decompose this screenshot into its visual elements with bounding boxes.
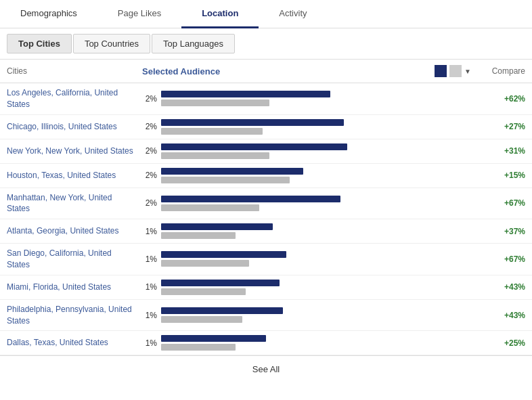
see-all-button[interactable]: See All — [0, 355, 532, 382]
bar-gray — [161, 288, 246, 295]
bar-blue — [161, 143, 347, 150]
bars-container — [161, 168, 491, 183]
sub-tab-top-countries[interactable]: Top Countries — [73, 34, 150, 53]
bar-row-gray — [161, 99, 491, 106]
city-cell[interactable]: Dallas, Texas, United States — [7, 337, 142, 349]
bar-row-gray — [161, 316, 491, 323]
bar-row-blue — [161, 168, 491, 175]
bar-blue — [161, 119, 344, 126]
bar-blue — [161, 335, 266, 342]
data-rows-container: Los Angeles, California, United States 2… — [0, 83, 532, 355]
bar-blue — [161, 168, 303, 175]
bars-container — [161, 119, 491, 135]
bar-row-blue — [161, 223, 491, 230]
pct-cell: 2% — [142, 122, 161, 131]
bar-row-gray — [161, 128, 491, 135]
bar-row-gray — [161, 204, 491, 211]
legend-gray-box — [449, 65, 462, 77]
compare-cell: +62% — [491, 94, 525, 104]
bar-row-gray — [161, 177, 491, 183]
bars-container — [161, 307, 491, 323]
compare-cell: +43% — [491, 282, 525, 292]
city-cell[interactable]: Houston, Texas, United States — [7, 170, 142, 181]
city-cell[interactable]: San Diego, California, United States — [7, 248, 142, 271]
bar-row-blue — [161, 280, 491, 286]
tab-activity[interactable]: Activity — [259, 0, 327, 28]
bars-container — [161, 251, 491, 267]
pct-cell: 2% — [142, 146, 161, 156]
bars-container — [161, 143, 491, 159]
pct-cell: 1% — [142, 227, 161, 236]
table-row: Atlanta, Georgia, United States 1% +37% — [0, 219, 532, 244]
pct-cell: 1% — [142, 254, 161, 264]
city-cell[interactable]: Philadelphia, Pennsylvania, United State… — [7, 304, 142, 327]
legend-blue-box — [435, 65, 447, 77]
sub-tab-top-cities[interactable]: Top Cities — [7, 34, 72, 53]
sub-tabs: Top Cities Top Countries Top Languages — [0, 28, 532, 60]
bar-row-gray — [161, 344, 491, 351]
table-row: Dallas, Texas, United States 1% +25% — [0, 331, 532, 355]
audience-column-header: Selected Audience ▼ — [142, 65, 471, 77]
compare-cell: +67% — [491, 254, 525, 264]
compare-cell: +43% — [491, 311, 525, 320]
bar-gray — [161, 204, 259, 211]
legend-icons: ▼ — [435, 65, 471, 77]
bar-gray — [161, 177, 290, 183]
tab-page-likes[interactable]: Page Likes — [97, 0, 181, 28]
bar-row-blue — [161, 335, 491, 342]
table-header: Cities Selected Audience ▼ Compare — [0, 60, 532, 83]
compare-cell: +15% — [491, 171, 525, 180]
bar-row-blue — [161, 196, 491, 202]
table-row: Los Angeles, California, United States 2… — [0, 83, 532, 115]
city-cell[interactable]: Los Angeles, California, United States — [7, 87, 142, 110]
bar-blue — [161, 251, 286, 258]
pct-cell: 1% — [142, 311, 161, 320]
city-cell[interactable]: Chicago, Illinois, United States — [7, 121, 142, 133]
compare-cell: +37% — [491, 227, 525, 236]
bar-blue — [161, 196, 340, 202]
bar-row-gray — [161, 260, 491, 267]
bar-gray — [161, 344, 236, 351]
bar-row-blue — [161, 143, 491, 150]
city-cell[interactable]: Atlanta, Georgia, United States — [7, 225, 142, 237]
bar-row-gray — [161, 152, 491, 159]
city-cell[interactable]: New York, New York, United States — [7, 146, 142, 157]
compare-cell: +67% — [491, 198, 525, 208]
tab-demographics[interactable]: Demographics — [0, 0, 97, 28]
bar-row-blue — [161, 119, 491, 126]
compare-cell: +25% — [491, 338, 525, 348]
bar-gray — [161, 316, 242, 323]
bar-row-blue — [161, 251, 491, 258]
nav-tabs: Demographics Page Likes Location Activit… — [0, 0, 532, 28]
table-row: San Diego, California, United States 1% … — [0, 244, 532, 275]
pct-cell: 2% — [142, 198, 161, 208]
table-row: Manhattan, New York, United States 2% +6… — [0, 188, 532, 220]
table-row: Chicago, Illinois, United States 2% +27% — [0, 115, 532, 139]
bars-container — [161, 335, 491, 351]
bar-blue — [161, 223, 273, 230]
table-row: New York, New York, United States 2% +31… — [0, 139, 532, 164]
bars-container — [161, 91, 491, 106]
city-column-header: Cities — [7, 66, 142, 76]
sub-tab-top-languages[interactable]: Top Languages — [152, 34, 235, 53]
bar-row-gray — [161, 288, 491, 295]
bars-container — [161, 223, 491, 239]
bar-blue — [161, 91, 330, 97]
bars-container — [161, 280, 491, 295]
pct-cell: 1% — [142, 282, 161, 292]
compare-cell: +31% — [491, 146, 525, 156]
bar-row-blue — [161, 307, 491, 314]
bar-gray — [161, 128, 263, 135]
bars-container — [161, 196, 491, 211]
bar-gray — [161, 260, 249, 267]
pct-cell: 2% — [142, 171, 161, 180]
table-row: Houston, Texas, United States 2% +15% — [0, 164, 532, 188]
city-cell[interactable]: Miami, Florida, United States — [7, 282, 142, 293]
bar-blue — [161, 307, 283, 314]
city-cell[interactable]: Manhattan, New York, United States — [7, 192, 142, 215]
pct-cell: 2% — [142, 94, 161, 104]
legend-dropdown-arrow[interactable]: ▼ — [464, 68, 471, 75]
tab-location[interactable]: Location — [181, 0, 259, 28]
bar-gray — [161, 232, 236, 239]
bar-blue — [161, 280, 280, 286]
